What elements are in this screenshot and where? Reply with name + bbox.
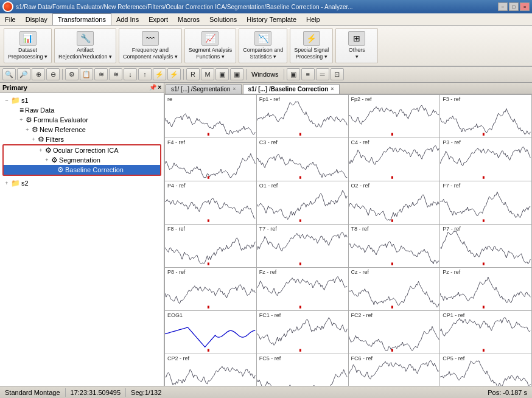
eeg-cell[interactable]: O2 - ref [349,181,440,224]
eeg-cell[interactable]: FC6 - ref [349,354,440,386]
tb2-btn-9[interactable]: ↓ [124,68,137,80]
eeg-cell[interactable]: FC1 - ref [257,311,348,354]
tb2-btn-1[interactable]: 🔍 [2,68,16,80]
eeg-cell[interactable]: P8 - ref [165,268,256,310]
svg-rect-4 [208,176,209,178]
tb2-btn-10[interactable]: ↑ [138,68,152,80]
expand-formula-evaluator[interactable]: + [17,117,26,123]
eeg-cell[interactable]: F8 - ref [165,225,256,267]
menu-macros[interactable]: Macros [173,13,205,25]
tree-item-s1[interactable]: − 📁 s1 [0,96,164,105]
tb2-btn-13[interactable]: ▣ [215,68,229,80]
menu-file[interactable]: File [0,13,21,25]
eeg-cell[interactable]: O1 - ref [257,181,348,224]
ribbon-special-signal[interactable]: ⚡ Special SignalProcessing ▾ [290,28,333,63]
tab-segmentation[interactable]: s1/ [...] /Segmentation × [166,84,242,94]
tree-item-segmentation[interactable]: + ⚙ Segmentation [4,155,160,165]
menu-history-template[interactable]: History Template [242,13,301,25]
eeg-cell[interactable]: FC5 - ref [257,354,348,386]
eeg-cell[interactable]: Fp1 - ref [257,95,348,138]
titlebar-controls: − □ × [498,2,530,11]
menu-display[interactable]: Display [21,13,52,25]
tab-baseline[interactable]: s1/ [...] /Baseline Correction × [243,84,340,94]
svg-rect-5 [299,176,301,178]
close-button[interactable]: × [520,2,530,11]
tree-item-formula-evaluator[interactable]: + ⚙ Formula Evaluator [0,115,164,125]
eeg-cell[interactable]: CP1 - ref [440,311,531,354]
tb2-btn-win1[interactable]: ▣ [287,68,300,80]
eeg-cell[interactable]: Pz - ref [440,268,531,310]
tb2-btn-m[interactable]: M [201,68,214,80]
eeg-cell[interactable]: EOG1 [165,311,256,354]
maximize-button[interactable]: □ [509,2,519,11]
expand-s1[interactable]: − [2,97,11,103]
expand-new-reference[interactable]: + [23,127,32,133]
tree-item-ocular[interactable]: + ⚙ Ocular Correction ICA [4,145,160,155]
eeg-cell[interactable]: CP2 - ref [165,354,256,386]
minimize-button[interactable]: − [498,2,508,11]
menu-solutions[interactable]: Solutions [205,13,242,25]
sidebar-close-icon[interactable]: × [158,84,161,91]
menu-help[interactable]: Help [301,13,325,25]
eeg-cell[interactable]: C4 - ref [349,138,440,181]
tb2-btn-3[interactable]: ⊕ [32,68,45,80]
windows-label: Windows [251,71,279,78]
eeg-cell[interactable]: FC2 - ref [349,311,440,354]
tree-item-s2[interactable]: + 📁 s2 [0,178,164,188]
tb2-btn-8[interactable]: ≋ [109,68,122,80]
tb2-btn-4[interactable]: ⊖ [46,68,60,80]
eeg-channel-label: Fp2 - ref [351,96,372,102]
tree-item-raw-data[interactable]: ≡ Raw Data [0,105,164,115]
ribbon-segment-analysis[interactable]: 📈 Segment AnalysisFunctions ▾ [184,28,237,63]
tb2-btn-6[interactable]: 📋 [80,68,93,80]
tb2-btn-r[interactable]: R [186,68,200,80]
menu-addins[interactable]: Add Ins [111,13,144,25]
tree-label-s1: s1 [21,97,29,104]
eeg-channel-label: F7 - ref [443,183,460,189]
ribbon-frequency-component[interactable]: 〰 Frequency andComponent Analysis ▾ [119,28,182,63]
expand-ocular[interactable]: + [37,147,45,153]
eeg-cell[interactable]: Fz - ref [257,268,348,310]
tb2-btn-win4[interactable]: ⊡ [331,68,344,80]
tb2-btn-win2[interactable]: ≡ [301,68,315,80]
tb2-btn-11[interactable]: ⚡ [153,68,166,80]
menu-export[interactable]: Export [144,13,173,25]
eeg-cell[interactable]: re [165,95,256,138]
eeg-cell[interactable]: T8 - ref [349,225,440,267]
ribbon-dataset-preprocessing[interactable]: 📊 DatasetPreprocessing ▾ [4,28,52,63]
eeg-cell[interactable]: F7 - ref [440,181,531,224]
eeg-cell[interactable]: F3 - ref [440,95,531,138]
expand-filters[interactable]: + [29,136,38,142]
ribbon-comparison-statistics[interactable]: 📉 Comparison andStatistics ▾ [239,28,287,63]
sidebar-pin-icon[interactable]: 📌 [149,84,156,91]
eeg-cell[interactable]: T7 - ref [257,225,348,267]
expand-s2[interactable]: + [2,180,11,186]
tb2-btn-win3[interactable]: ═ [316,68,329,80]
tb2-btn-14[interactable]: ▣ [230,68,243,80]
eeg-cell[interactable]: P4 - ref [165,181,256,224]
menu-transformations[interactable]: Transformations [52,13,111,25]
svg-rect-9 [299,219,301,222]
tb2-btn-5[interactable]: ⚙ [65,68,79,80]
rawdata-icon: ≡ [19,106,24,114]
tab-baseline-close[interactable]: × [331,86,334,92]
eeg-cell[interactable]: C3 - ref [257,138,348,181]
tree-item-filters[interactable]: + ⚙ Filters [0,134,164,144]
sidebar: Primary 📌 × − 📁 s1 ≡ Raw Data [0,83,164,386]
eeg-cell[interactable]: F4 - ref [165,138,256,181]
ribbon-artifact-rejection[interactable]: 🔧 ArtifactRejection/Reduction ▾ [54,28,116,63]
eeg-cell[interactable]: P3 - ref [440,138,531,181]
tb2-btn-12[interactable]: ⚡ [167,68,181,80]
tree-item-new-reference[interactable]: + ⚙ New Reference [0,125,164,134]
eeg-cell[interactable]: Fp2 - ref [349,95,440,138]
tree-item-baseline-correction[interactable]: ⚙ Baseline Correction [4,165,160,175]
tb2-btn-2[interactable]: 🔎 [17,68,30,80]
eeg-cell[interactable]: CP5 - ref [440,354,531,386]
eeg-cell[interactable]: P7 - ref [440,225,531,267]
tab-segmentation-close[interactable]: × [233,86,236,92]
ribbon-others[interactable]: ⊞ Others▾ [335,28,378,63]
tb2-btn-7[interactable]: ≋ [94,68,108,80]
eeg-cell[interactable]: Cz - ref [349,268,440,310]
svg-rect-2 [391,133,393,135]
expand-segmentation[interactable]: + [43,157,51,163]
